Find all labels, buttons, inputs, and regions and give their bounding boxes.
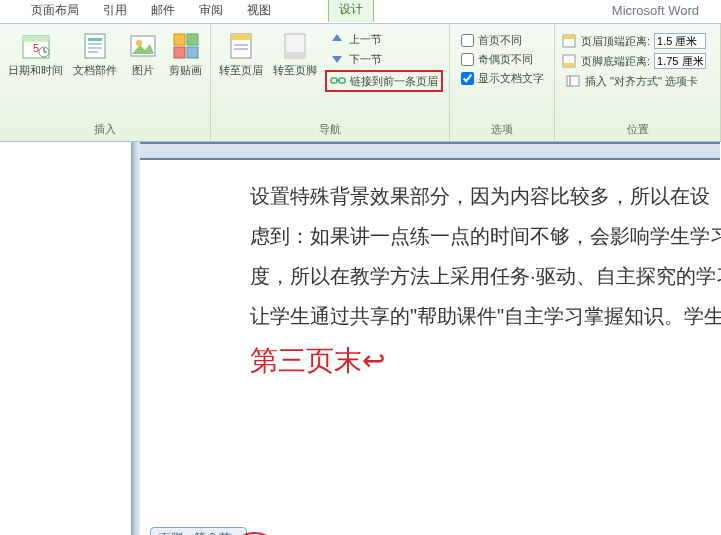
insert-alignment-tab-button[interactable]: 插入 "对齐方式" 选项卡 [561,72,714,90]
tab-design[interactable]: 设计 [328,0,374,22]
link-icon [330,73,346,89]
svg-rect-20 [234,48,248,50]
svg-rect-30 [567,76,579,86]
header-distance-input[interactable] [654,33,706,49]
svg-rect-9 [88,47,102,49]
checkbox-icon[interactable] [461,34,474,47]
align-tab-icon [565,73,581,89]
tab-mailings[interactable]: 邮件 [140,0,186,23]
show-document-text-checkbox[interactable]: 显示文档文字 [459,70,546,87]
goto-header-icon [225,30,257,62]
ribbon-tabs: 页面布局 引用 邮件 审阅 视图 页眉和页脚工具 设计 Microsoft Wo… [0,0,721,24]
svg-rect-27 [563,35,575,39]
link-to-previous-button[interactable]: 链接到前一条页眉 [325,70,443,92]
footer-distance-input[interactable] [654,53,706,69]
page-top-margin [140,142,720,160]
checkbox-icon[interactable] [461,53,474,66]
footer-section-tag[interactable]: 页脚 - 第 2 节 - [150,527,247,535]
header-distance-icon [561,34,577,48]
svg-rect-7 [88,38,102,41]
docparts-button[interactable]: 文档部件 [71,28,119,79]
tab-references[interactable]: 引用 [92,0,138,23]
svg-rect-10 [88,51,98,53]
next-section-button[interactable]: 下一节 [325,50,443,68]
text-line: 虑到：如果讲一点练一点的时间不够，会影响学生学习情 [250,216,720,256]
tab-page-layout[interactable]: 页面布局 [20,0,90,23]
svg-rect-29 [563,63,575,67]
body-text: 设置特殊背景效果部分，因为内容比较多，所以在设 虑到：如果讲一点练一点的时间不够… [140,160,720,336]
text-line: 让学生通过共享的"帮助课件"自主学习掌握知识。学生 [250,296,720,336]
clipart-icon [170,30,202,62]
svg-point-12 [136,40,142,46]
clipart-button[interactable]: 剪贴画 [167,28,204,79]
checkbox-icon[interactable] [461,72,474,85]
calendar-icon: 5 [20,30,52,62]
red-annotation-pageend: 第三页末↩ [250,342,720,380]
text-line: 设置特殊背景效果部分，因为内容比较多，所以在设 [250,176,720,216]
goto-footer-icon [279,30,311,62]
odd-even-different-checkbox[interactable]: 奇偶页不同 [459,51,546,68]
document-area: 设置特殊背景效果部分，因为内容比较多，所以在设 虑到：如果讲一点练一点的时间不够… [0,142,721,535]
svg-rect-14 [187,34,198,45]
picture-button[interactable]: 图片 [125,28,161,79]
footer-distance-row: 页脚底端距离: [561,52,714,70]
group-label-position: 位置 [561,120,714,139]
ribbon: 5 日期和时间 文档部件 图片 剪贴画 [0,24,721,142]
group-label-options: 选项 [491,120,513,139]
svg-rect-22 [285,52,305,58]
svg-rect-6 [85,34,105,58]
svg-rect-15 [174,47,185,58]
picture-icon [127,30,159,62]
header-distance-row: 页眉顶端距离: [561,32,714,50]
goto-footer-button[interactable]: 转至页脚 [271,28,319,79]
svg-rect-19 [234,44,248,46]
footer-distance-icon [561,54,577,68]
group-label-nav: 导航 [319,120,341,139]
svg-text:5: 5 [32,42,38,54]
tab-view[interactable]: 视图 [236,0,282,23]
svg-rect-18 [231,34,251,40]
goto-header-button[interactable]: 转至页眉 [217,28,265,79]
svg-rect-13 [174,34,185,45]
svg-rect-8 [88,43,102,45]
app-title: Microsoft Word [612,3,699,18]
first-page-different-checkbox[interactable]: 首页不同 [459,32,546,49]
previous-section-button[interactable]: 上一节 [325,30,443,48]
document-parts-icon [79,30,111,62]
group-label-insert: 插入 [94,120,116,139]
svg-rect-16 [187,47,198,58]
datetime-button[interactable]: 5 日期和时间 [6,28,65,79]
page[interactable]: 设置特殊背景效果部分，因为内容比较多，所以在设 虑到：如果讲一点练一点的时间不够… [140,142,721,380]
ruler-edge [131,142,140,535]
tab-review[interactable]: 审阅 [188,0,234,23]
arrow-down-icon [329,51,345,67]
text-line: 度，所以在教学方法上采用任务·驱动、自主探究的学习 [250,256,720,296]
arrow-up-icon [329,31,345,47]
